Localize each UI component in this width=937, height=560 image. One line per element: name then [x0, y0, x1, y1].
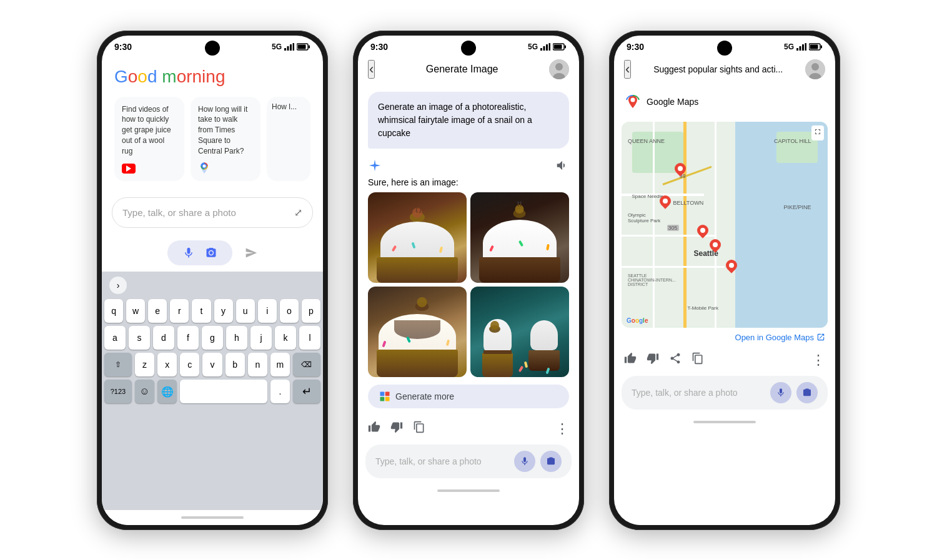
speaker-icon[interactable]: [555, 159, 569, 172]
card-1-text: Find videos of how to quickly get grape …: [122, 104, 177, 157]
card-2-text: How long will it take to walk from Times…: [198, 104, 253, 157]
g-letter: G: [627, 317, 632, 324]
key-l[interactable]: l: [299, 326, 320, 350]
input-placeholder-1: Type, talk, or share a photo: [122, 207, 236, 218]
map-label-belltown: BELLTOWN: [673, 200, 704, 206]
key-f[interactable]: f: [177, 326, 199, 350]
key-j[interactable]: j: [250, 326, 272, 350]
key-shift[interactable]: ⇧: [104, 353, 132, 376]
more-options-3[interactable]: ⋮: [811, 352, 825, 368]
key-c[interactable]: c: [180, 353, 199, 376]
key-p[interactable]: p: [302, 299, 320, 323]
chat-bubble-2: Generate an image of a photorealistic, w…: [368, 92, 569, 149]
key-enter[interactable]: ↵: [293, 380, 320, 403]
camera-button-1[interactable]: [205, 247, 217, 259]
key-a[interactable]: a: [104, 326, 126, 350]
home-bar-3: [693, 421, 756, 423]
map-label-tmobile: T-Mobile Park: [688, 305, 718, 311]
keyboard-expand[interactable]: ›: [109, 277, 127, 294]
key-o[interactable]: o: [280, 299, 299, 323]
key-w[interactable]: w: [126, 299, 145, 323]
image-grid-2: [368, 192, 569, 377]
thumbs-up-2[interactable]: [368, 421, 380, 436]
suggestion-card-3[interactable]: How l...: [267, 97, 310, 182]
action-icons-left-2: [368, 421, 425, 436]
svg-rect-33: [796, 48, 798, 51]
mic-cam-pill: [167, 240, 232, 265]
share-3[interactable]: [669, 352, 682, 368]
key-i[interactable]: i: [258, 299, 277, 323]
send-button-1[interactable]: [245, 247, 257, 259]
key-y[interactable]: y: [214, 299, 233, 323]
key-period[interactable]: .: [270, 380, 290, 403]
cupcake-image-4: [470, 287, 569, 377]
avatar-3[interactable]: [805, 59, 825, 79]
map-pin-4[interactable]: [708, 239, 722, 255]
key-n[interactable]: n: [248, 353, 267, 376]
key-globe[interactable]: 🌐: [157, 380, 177, 403]
key-q[interactable]: q: [104, 299, 123, 323]
thumbs-down-2[interactable]: [390, 421, 403, 436]
map-label-capitol-hill: CAPITOL HILL: [774, 138, 811, 144]
key-m[interactable]: m: [270, 353, 290, 376]
generate-more-button[interactable]: Generate more: [368, 385, 569, 408]
key-z[interactable]: z: [135, 353, 154, 376]
suggestion-card-2[interactable]: How long will it take to walk from Times…: [191, 97, 260, 182]
key-x[interactable]: x: [157, 353, 177, 376]
cupcake-image-3: [368, 287, 467, 377]
gemini-star-icon: [368, 159, 382, 172]
key-b[interactable]: b: [226, 353, 245, 376]
back-button-3[interactable]: ‹: [624, 60, 631, 79]
map-pin-5[interactable]: [725, 260, 738, 276]
key-t[interactable]: t: [192, 299, 211, 323]
key-v[interactable]: v: [202, 353, 222, 376]
key-delete[interactable]: ⌫: [293, 353, 320, 376]
mic-button-3[interactable]: [770, 382, 791, 403]
key-r[interactable]: r: [170, 299, 189, 323]
camera-pill-1: [205, 41, 220, 56]
svg-rect-10: [543, 46, 545, 51]
key-u[interactable]: u: [236, 299, 255, 323]
maps-app-label: Google Maps: [647, 97, 698, 107]
key-k[interactable]: k: [275, 326, 296, 350]
map-expand-button[interactable]: [811, 125, 824, 140]
camera-button-2[interactable]: [540, 451, 562, 472]
signal-icon-3: [796, 43, 806, 51]
thumbs-down-3[interactable]: [647, 352, 659, 368]
bottom-input-icons-3: [770, 382, 818, 403]
card-2-icon: [198, 161, 253, 174]
map-pin-2[interactable]: [658, 195, 672, 212]
key-emoji[interactable]: ☺: [135, 380, 154, 403]
camera-button-3[interactable]: [796, 382, 818, 403]
svg-rect-14: [554, 44, 562, 49]
avatar-2[interactable]: [549, 59, 569, 79]
greeting-o2: o: [137, 67, 147, 86]
key-d[interactable]: d: [153, 326, 174, 350]
key-space[interactable]: [180, 380, 267, 403]
status-icons-2: 5G: [528, 42, 567, 51]
key-s[interactable]: s: [129, 326, 150, 350]
map-pin-1[interactable]: [673, 163, 687, 179]
mic-button-2[interactable]: [514, 451, 535, 472]
key-e[interactable]: e: [148, 299, 167, 323]
suggestion-card-1[interactable]: Find videos of how to quickly get grape …: [114, 97, 184, 182]
open-maps-link[interactable]: Open in Google Maps: [614, 328, 835, 347]
action-row-2: ⋮: [358, 416, 579, 442]
thumbs-up-3[interactable]: [624, 352, 637, 368]
more-options-2[interactable]: ⋮: [555, 421, 569, 437]
svg-point-28: [490, 321, 499, 330]
input-field-1[interactable]: Type, talk, or share a photo ⤢: [112, 197, 313, 228]
key-g[interactable]: g: [202, 326, 223, 350]
battery-icon-1: [297, 43, 310, 51]
key-h[interactable]: h: [226, 326, 247, 350]
road-v1: [653, 122, 655, 328]
copy-2[interactable]: [413, 421, 425, 436]
key-numbers[interactable]: ?123: [104, 380, 132, 403]
generate-more-label: Generate more: [395, 391, 454, 401]
copy-3[interactable]: [692, 352, 704, 368]
greeting-g: G: [114, 67, 128, 86]
mic-button-1[interactable]: [182, 247, 195, 259]
back-button-2[interactable]: ‹: [368, 60, 375, 79]
bottom-actions-1: [102, 234, 323, 272]
map-pin-3[interactable]: [696, 225, 710, 241]
